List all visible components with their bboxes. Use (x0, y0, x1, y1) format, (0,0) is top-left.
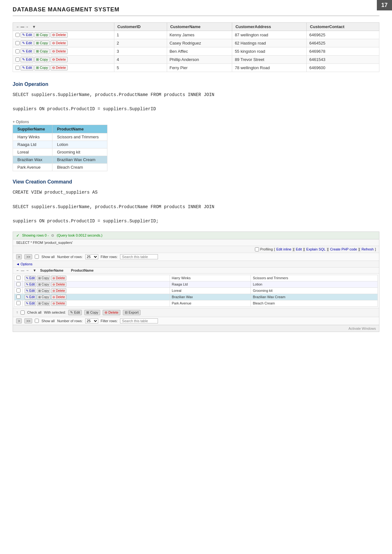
join-table-row: Brazilian Wax Brazilian Wax Cream (13, 156, 107, 164)
pma-footer-copy-btn[interactable]: ⊞ Copy (84, 310, 100, 315)
pma-number-rows-label: Number of rows: (57, 255, 83, 259)
pma-bottom-controls: > >> Show all Number of rows: 25 50 100 … (13, 317, 379, 325)
forward-arrow[interactable]: → (25, 25, 29, 29)
pma-inner-filter-icon[interactable]: ▼ (33, 268, 36, 272)
pma-delete-btn[interactable]: ⊖ Delete (51, 288, 66, 293)
row-checkbox[interactable] (15, 41, 20, 45)
pma-edit-btn[interactable]: ✎ Edit (25, 301, 36, 306)
pma-link-edit-inline[interactable]: Edit inline (276, 247, 292, 251)
customer-address: 55 kingston road (232, 47, 307, 56)
row-checkbox[interactable] (15, 66, 20, 70)
pma-copy-btn[interactable]: ⊞ Copy (37, 276, 50, 280)
customer-id: 3 (114, 47, 167, 56)
table-nav-arrows[interactable]: ← — → (16, 25, 29, 29)
join-sql-line2: suppliers ON products.ProductID = suppli… (13, 105, 379, 113)
customer-row-actions: ✎ Edit ⊞ Copy ⊖ Delete (13, 47, 114, 56)
pma-bottom-rows-select[interactable]: 25 50 100 (85, 318, 98, 323)
pma-options-row: ◄ Options (13, 261, 379, 268)
join-section-heading: Join Operation (13, 81, 379, 87)
row-checkbox[interactable] (15, 33, 20, 37)
join-options-row: + Options (13, 119, 379, 124)
edit-button[interactable]: ✎ Edit (21, 57, 33, 62)
pma-edit-btn[interactable]: ✎ Edit (25, 288, 36, 293)
pma-inner-table-row: ✎ Edit ⊞ Copy ⊖ Delete Harry Winks Sciss… (15, 275, 378, 281)
sep2: ][ (303, 247, 305, 251)
delete-button[interactable]: ⊖ Delete (51, 65, 68, 70)
row-checkbox[interactable] (15, 57, 20, 62)
customer-table-container: ← — → ▼ CustomerID CustomerName Customer… (13, 22, 379, 72)
pma-inner-table-row: ✎ Edit ⊞ Copy ⊖ Delete Loreal Grooming k… (15, 287, 378, 294)
pma-supplier-name: Raaga Ltd (170, 281, 251, 287)
pma-edit-btn[interactable]: ✎ Edit (25, 282, 36, 287)
customer-name: Kenny James (167, 31, 232, 39)
pma-bottom-prev-btn[interactable]: > (16, 318, 22, 323)
copy-button[interactable]: ⊞ Copy (34, 49, 50, 54)
join-supplier-name: Harry Winks (13, 133, 52, 141)
edit-button[interactable]: ✎ Edit (21, 49, 33, 54)
pma-footer-export-btn[interactable]: ⊟ Export (123, 310, 141, 315)
pma-footer-edit-btn[interactable]: ✎ Edit (68, 310, 82, 315)
edit-button[interactable]: ✎ Edit (21, 65, 33, 70)
pma-delete-btn[interactable]: ⊖ Delete (51, 282, 66, 287)
pma-prev-btn[interactable]: > (16, 254, 22, 259)
pma-link-edit[interactable]: Edit (296, 247, 302, 251)
pma-profiling-checkbox[interactable] (255, 247, 259, 251)
edit-button[interactable]: ✎ Edit (21, 40, 33, 46)
customer-id: 5 (114, 64, 167, 72)
customer-id: 1 (114, 31, 167, 39)
delete-button[interactable]: ⊖ Delete (51, 57, 68, 62)
pma-inner-productname-col: ProductName (71, 268, 94, 272)
pma-edit-btn[interactable]: ✎ Edit (25, 276, 36, 280)
delete-button[interactable]: ⊖ Delete (51, 32, 68, 38)
pma-options-link[interactable]: ◄ Options (16, 262, 33, 266)
col-customername: CustomerName (167, 23, 232, 31)
pma-delete-btn[interactable]: ⊖ Delete (51, 301, 66, 306)
col-customeraddress: CustomerAddress (232, 23, 307, 31)
view-sql-line3: suppliers ON products.ProductID = suppli… (13, 217, 379, 225)
pma-row-checkbox[interactable] (16, 301, 21, 305)
pma-bottom-next-btn[interactable]: >> (24, 318, 32, 323)
pma-row-checkbox-cell (15, 287, 23, 294)
copy-button[interactable]: ⊞ Copy (34, 65, 50, 70)
pma-edit-icon: ✎ (70, 310, 73, 314)
pma-row-checkbox-cell (15, 275, 23, 281)
pma-bottom-search-input[interactable] (120, 318, 158, 323)
pma-link-refresh[interactable]: Refresh (361, 247, 374, 251)
pma-row-checkbox[interactable] (16, 295, 21, 299)
pma-delete-btn[interactable]: ⊖ Delete (51, 276, 66, 280)
row-checkbox[interactable] (15, 49, 20, 53)
join-table-row: Park Avenue Bleach Cream (13, 164, 107, 171)
pma-copy-btn[interactable]: ⊞ Copy (37, 288, 50, 293)
pma-link-explain-sql[interactable]: Explain SQL (306, 247, 326, 251)
join-supplier-name: Loreal (13, 148, 52, 156)
pma-row-checkbox[interactable] (16, 276, 21, 280)
filter-icon[interactable]: ▼ (32, 25, 36, 29)
copy-button[interactable]: ⊞ Copy (34, 57, 50, 62)
pma-rows-select[interactable]: 25 50 100 (85, 254, 98, 259)
pma-link-create-php[interactable]: Create PHP code (330, 247, 357, 251)
delete-button[interactable]: ⊖ Delete (51, 40, 68, 46)
pma-bottom-show-all-checkbox[interactable] (35, 319, 39, 323)
pma-footer-delete-btn[interactable]: ⊖ Delete (103, 310, 120, 315)
pma-show-all-checkbox[interactable] (35, 255, 39, 259)
pma-row-checkbox[interactable] (16, 288, 21, 292)
pma-search-input[interactable] (120, 254, 158, 259)
pma-next-btn[interactable]: >> (24, 254, 32, 259)
pma-delete-btn[interactable]: ⊖ Delete (51, 295, 66, 299)
pma-copy-btn[interactable]: ⊞ Copy (37, 295, 50, 299)
pma-copy-btn[interactable]: ⊞ Copy (37, 282, 50, 287)
edit-button[interactable]: ✎ Edit (21, 32, 33, 38)
copy-button[interactable]: ⊞ Copy (34, 40, 50, 46)
pma-product-name: Lotion (251, 281, 378, 287)
pma-copy-btn[interactable]: ⊞ Copy (37, 301, 50, 306)
pma-check-all-checkbox[interactable] (21, 310, 25, 315)
pma-edit-btn[interactable]: ✎ Edit (25, 295, 36, 299)
customer-table-row: ✎ Edit ⊞ Copy ⊖ Delete 1 Kenny James 87 … (13, 31, 379, 39)
back-arrow[interactable]: ← (16, 25, 20, 29)
copy-button[interactable]: ⊞ Copy (34, 32, 50, 38)
customer-row-actions: ✎ Edit ⊞ Copy ⊖ Delete (13, 39, 114, 47)
delete-button[interactable]: ⊖ Delete (51, 49, 68, 54)
join-options-link[interactable]: + Options (13, 120, 29, 124)
check-icon: ✓ (16, 233, 20, 238)
pma-row-checkbox[interactable] (16, 282, 21, 286)
